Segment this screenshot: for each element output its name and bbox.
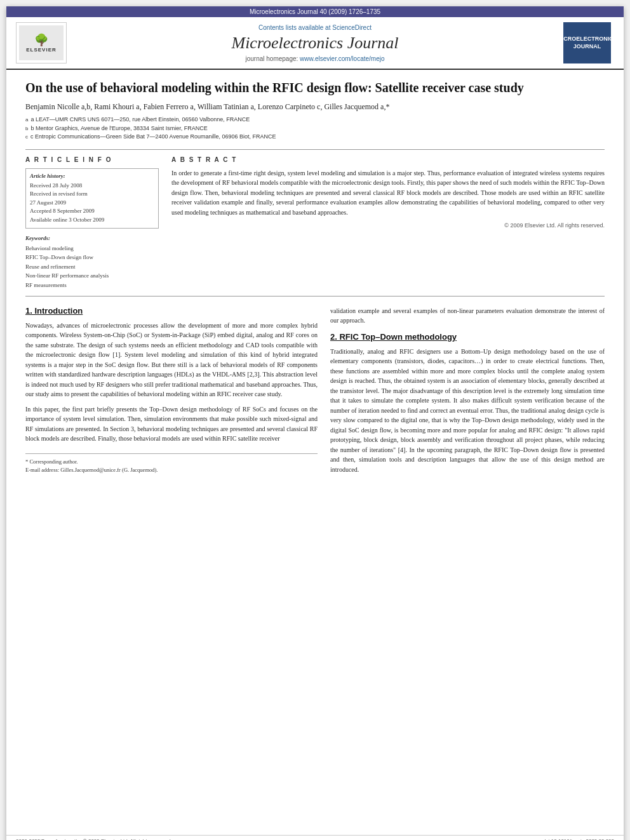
- sciencedirect-text: Contents lists available at ScienceDirec…: [67, 24, 563, 31]
- affil-1: a a LEAT—UMR CNRS UNS 6071—250, rue Albe…: [25, 116, 605, 124]
- keyword-1: Behavioral modeling: [25, 244, 159, 253]
- affil-3-text: c Entropic Communications—Green Side Bat…: [30, 133, 276, 142]
- divider-1: [25, 149, 605, 150]
- section1-para2: In this paper, the first part briefly pr…: [25, 404, 318, 444]
- footnote-email: E-mail address: Gilles.Jacquemod@unice.f…: [25, 466, 318, 474]
- authors: Benjamin Nicolle a,b, Rami Khouri a, Fab…: [25, 102, 605, 112]
- accepted-date: Accepted 8 September 2009: [30, 207, 154, 216]
- affil-3: c c Entropic Communications—Green Side B…: [25, 133, 605, 142]
- elsevier-logo: 🌳 ELSEVIER: [16, 22, 67, 63]
- article-info-title: A R T I C L E I N F O: [25, 156, 159, 163]
- elsevier-text: ELSEVIER: [26, 47, 57, 53]
- intro-col: 1. Introduction Nowadays, advances of mi…: [25, 306, 318, 480]
- homepage-link[interactable]: www.elsevier.com/locate/mejo: [300, 55, 384, 62]
- keyword-5: RF measurements: [25, 281, 159, 290]
- section1-heading-underline: 1. Introduction: [25, 306, 83, 316]
- footnote-corresponding: * Corresponding author.: [25, 458, 318, 466]
- article-info-col: A R T I C L E I N F O Article history: R…: [25, 156, 159, 290]
- journal-logo-right: MICROELECTRONICSJOURNAL: [563, 22, 614, 63]
- section2-heading: 2. RFIC Top–Down methodology: [330, 332, 605, 342]
- paper-content: On the use of behavioral modeling within…: [6, 70, 624, 835]
- article-history-title: Article history:: [30, 173, 154, 179]
- divider-2: [25, 296, 605, 297]
- revised-date: 27 August 2009: [30, 199, 154, 208]
- elsevier-tree-icon: 🌳: [34, 33, 48, 47]
- available-date: Available online 3 October 2009: [30, 216, 154, 225]
- keywords-title: Keywords:: [25, 235, 159, 241]
- section1-para2-cont: validation example and several examples …: [330, 306, 605, 326]
- section2-para1: Traditionally, analog and RFIC designers…: [330, 347, 605, 475]
- section1-para1: Nowadays, advances of microelectronic pr…: [25, 321, 318, 399]
- section2-col: validation example and several examples …: [330, 306, 605, 480]
- top-bar-text: Microelectronics Journal 40 (2009) 1726–…: [250, 8, 380, 15]
- keywords-section: Keywords: Behavioral modeling RFIC Top–D…: [25, 235, 159, 290]
- article-info-abstract-row: A R T I C L E I N F O Article history: R…: [25, 156, 605, 290]
- affiliations: a a LEAT—UMR CNRS UNS 6071—250, rue Albe…: [25, 116, 605, 142]
- journal-logo-text: MICROELECTRONICSJOURNAL: [557, 36, 617, 50]
- top-bar: Microelectronics Journal 40 (2009) 1726–…: [6, 6, 624, 17]
- affil-2-text: b Mentor Graphics, Avenue de l'Europe, 3…: [30, 124, 207, 133]
- affil-2: b b Mentor Graphics, Avenue de l'Europe,…: [25, 124, 605, 133]
- abstract-text: In order to generate a first-time right …: [171, 168, 605, 218]
- section1-heading: 1. Introduction: [25, 306, 318, 316]
- journal-title: Microelectronics Journal: [67, 34, 563, 53]
- keyword-2: RFIC Top–Down design flow: [25, 253, 159, 262]
- journal-homepage: journal homepage: www.elsevier.com/locat…: [67, 55, 563, 62]
- journal-logo-box: MICROELECTRONICSJOURNAL: [563, 22, 611, 63]
- page: Microelectronics Journal 40 (2009) 1726–…: [6, 6, 624, 840]
- paper-title: On the use of behavioral modeling within…: [25, 79, 605, 96]
- copyright-text: © 2009 Elsevier Ltd. All rights reserved…: [171, 222, 605, 229]
- journal-header: 🌳 ELSEVIER Contents lists available at S…: [6, 17, 624, 70]
- main-body: 1. Introduction Nowadays, advances of mi…: [25, 306, 605, 480]
- article-history-box: Article history: Received 28 July 2008 R…: [25, 168, 159, 229]
- keyword-4: Non-linear RF performance analysis: [25, 271, 159, 280]
- received-date: Received 28 July 2008: [30, 182, 154, 190]
- bottom-bar: 0026-2692/$-see front matter © 2009 Else…: [6, 835, 624, 840]
- journal-center: Contents lists available at ScienceDirec…: [67, 24, 563, 62]
- abstract-col: A B S T R A C T In order to generate a f…: [171, 156, 605, 290]
- section2-heading-underline: 2. RFIC Top–Down methodology: [330, 332, 457, 342]
- received-revised-label: Received in revised form: [30, 190, 154, 199]
- footnote-area: * Corresponding author. E-mail address: …: [25, 453, 318, 474]
- affil-1-text: a LEAT—UMR CNRS UNS 6071—250, rue Albert…: [30, 116, 250, 124]
- abstract-title: A B S T R A C T: [171, 156, 605, 163]
- keyword-3: Reuse and refinement: [25, 262, 159, 271]
